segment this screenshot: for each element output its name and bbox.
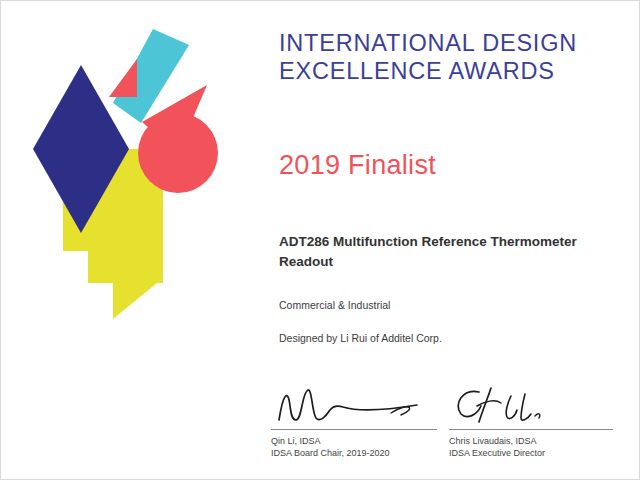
designer-credit-text: Designed by Li Rui of Additel Corp. [279, 332, 442, 344]
award-level-text: 2019 Finalist [279, 150, 436, 181]
signatory-name-right: Chris Livaudais, IDSA [449, 436, 613, 446]
logo-coral-circle-shape [138, 113, 218, 193]
award-program-title-line1: INTERNATIONAL DESIGN [279, 29, 577, 57]
logo-yellow-triangle-shape [113, 283, 157, 319]
category-text: Commercial & Industrial [279, 299, 390, 311]
logo-coral-triangle-shape [109, 59, 137, 97]
award-program-title: INTERNATIONAL DESIGN EXCELLENCE AWARDS [279, 29, 577, 85]
product-name-text: ADT286 Multifunction Reference Thermomet… [279, 232, 614, 273]
signature-qin-li-image [271, 382, 437, 428]
award-program-title-line2: EXCELLENCE AWARDS [279, 57, 577, 85]
signatory-block-right: Chris Livaudais, IDSA IDSA Executive Dir… [449, 382, 613, 458]
signatory-role-left: IDSA Board Chair, 2019-2020 [271, 448, 437, 458]
signatory-block-left: Qin Li, IDSA IDSA Board Chair, 2019-2020 [271, 382, 437, 458]
signatory-role-right: IDSA Executive Director [449, 448, 613, 458]
signature-line-right [449, 429, 613, 430]
signature-chris-livaudais-image [449, 382, 613, 428]
idsa-idea-logo [1, 1, 261, 331]
certificate-page: INTERNATIONAL DESIGN EXCELLENCE AWARDS 2… [0, 0, 640, 480]
signatory-name-left: Qin Li, IDSA [271, 436, 437, 446]
signature-line-left [271, 429, 437, 430]
logo-yellow-step-shape [88, 251, 163, 283]
